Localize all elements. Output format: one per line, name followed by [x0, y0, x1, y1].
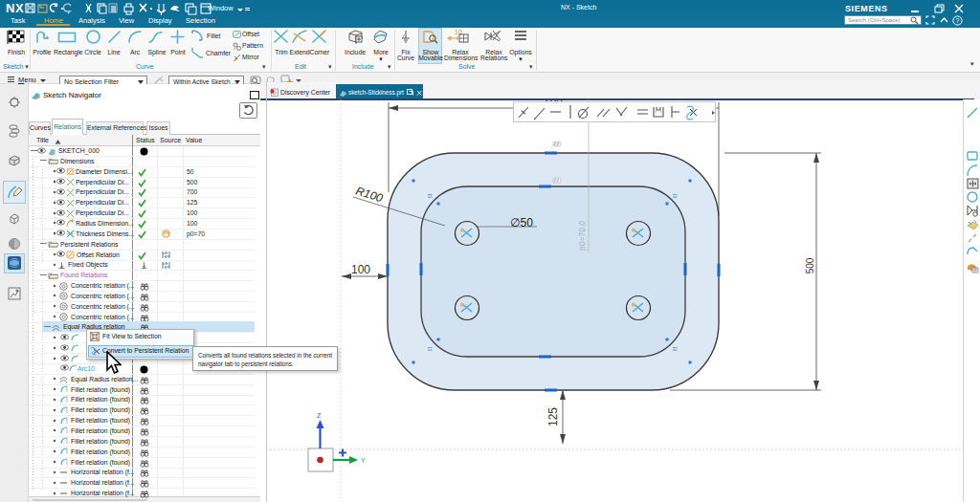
svg-text:∅50: ∅50 [510, 216, 533, 229]
svg-text:p0=70.0: p0=70.0 [577, 221, 587, 251]
svg-text:125: 125 [546, 407, 560, 426]
svg-text:Z: Z [317, 412, 322, 419]
svg-text:500: 500 [805, 257, 815, 273]
svg-text:100: 100 [351, 263, 370, 276]
svg-text:Y: Y [361, 457, 366, 464]
svg-text:?: ? [956, 17, 960, 24]
